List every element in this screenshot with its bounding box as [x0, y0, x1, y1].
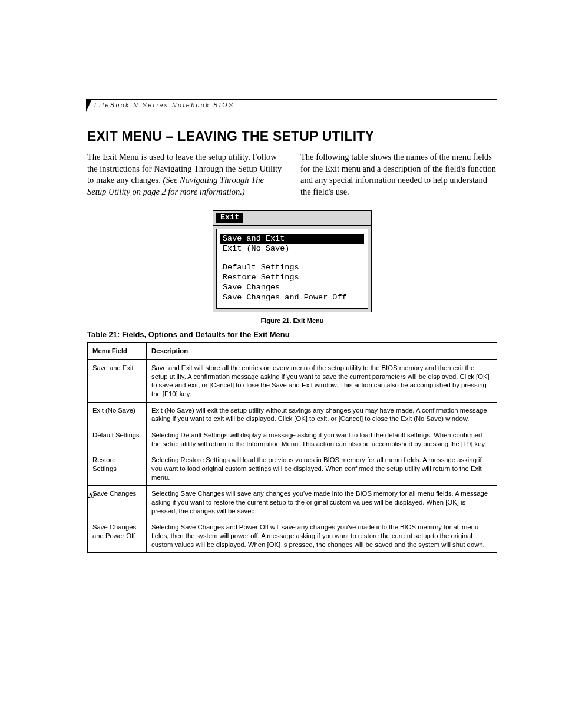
cell-menu-field: Default Settings [88, 427, 147, 452]
cell-menu-field: Save Changes [88, 486, 147, 519]
table-header-row: Menu Field Description [88, 343, 497, 360]
page-number: 20 [87, 490, 95, 500]
cell-menu-field: Restore Settings [88, 452, 147, 486]
bios-menu-item: Exit (No Save) [223, 244, 362, 254]
bios-menu-item: Save Changes [223, 283, 362, 293]
intro-columns: The Exit Menu is used to leave the setup… [87, 151, 497, 197]
running-head: LifeBook N Series Notebook BIOS [87, 99, 497, 108]
bios-menu-item: Restore Settings [223, 273, 362, 283]
bios-menu-item: Save Changes and Power Off [223, 293, 362, 303]
cell-menu-field: Save and Exit [88, 360, 147, 402]
table-row: Save Changes and Power OffSelecting Save… [88, 519, 497, 553]
figure-caption: Figure 21. Exit Menu [87, 317, 497, 324]
running-head-text: LifeBook N Series Notebook BIOS [87, 99, 497, 108]
cell-menu-field: Save Changes and Power Off [88, 519, 147, 553]
table-row: Exit (No Save)Exit (No Save) will exit t… [88, 402, 497, 427]
bios-tab-bar: Exit [213, 211, 371, 226]
bios-tab-exit: Exit [216, 213, 243, 223]
cell-description: Selecting Save Changes will save any cha… [147, 486, 497, 519]
table-row: Save and ExitSave and Exit will store al… [88, 360, 497, 402]
bios-menu-item: Default Settings [223, 263, 362, 273]
cell-description: Selecting Restore Settings will load the… [147, 452, 497, 486]
bios-figure: Exit Save and ExitExit (No Save) Default… [213, 210, 372, 312]
table-title: Table 21: Fields, Options and Defaults f… [87, 330, 497, 339]
corner-notch-icon [86, 99, 92, 112]
th-menu-field: Menu Field [88, 343, 147, 360]
cell-menu-field: Exit (No Save) [88, 402, 147, 427]
th-description: Description [147, 343, 497, 360]
bios-menu-item: Save and Exit [220, 234, 364, 244]
table-row: Default SettingsSelecting Default Settin… [88, 427, 497, 452]
page-title: EXIT MENU – LEAVING THE SETUP UTILITY [87, 129, 497, 144]
table-row: Restore SettingsSelecting Restore Settin… [88, 452, 497, 486]
cell-description: Selecting Save Changes and Power Off wil… [147, 519, 497, 553]
bios-separator [217, 259, 368, 259]
intro-left: The Exit Menu is used to leave the setup… [87, 151, 284, 197]
cell-description: Exit (No Save) will exit the setup utili… [147, 402, 497, 427]
fields-table: Menu Field Description Save and ExitSave… [87, 342, 497, 553]
table-row: Save ChangesSelecting Save Changes will … [88, 486, 497, 519]
intro-right: The following table shows the names of t… [300, 151, 497, 197]
cell-description: Selecting Default Settings will display … [147, 427, 497, 452]
bios-menu-body: Save and ExitExit (No Save) Default Sett… [216, 229, 368, 309]
cell-description: Save and Exit will store all the entries… [147, 360, 497, 402]
